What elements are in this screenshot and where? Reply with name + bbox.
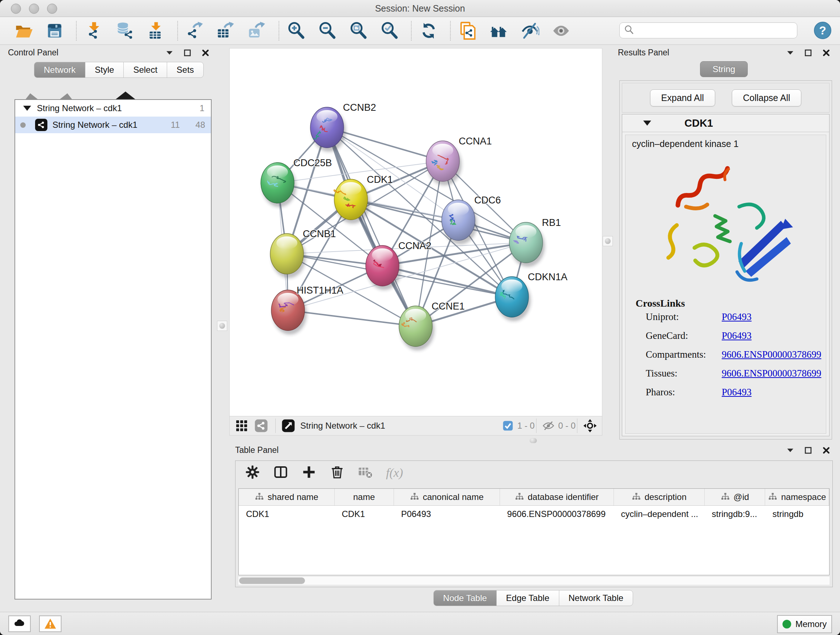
results-panel-collapse-icon[interactable] [786, 49, 794, 57]
hide-selected-button[interactable] [519, 20, 540, 42]
network-node-ccna2[interactable]: CCNA2 [366, 241, 431, 290]
network-node-cdc6[interactable]: CDC6 [442, 195, 501, 244]
network-node-cdkn1a[interactable]: CDKN1A [495, 272, 568, 321]
table-panel-close-icon[interactable] [822, 446, 831, 455]
network-edge[interactable] [288, 310, 416, 326]
expand-all-button[interactable]: Expand All [650, 89, 715, 106]
network-node-ccnb1[interactable]: CCNB1 [270, 228, 336, 278]
network-node-ccna1[interactable]: CCNA1 [426, 136, 492, 185]
column-header-canonical-name[interactable]: canonical name [394, 489, 500, 505]
network-node-hist1h1a[interactable]: HIST1H1A [271, 285, 343, 334]
tab-style[interactable]: Style [85, 62, 124, 78]
export-table-button[interactable] [216, 20, 237, 42]
import-table-button[interactable] [145, 20, 166, 42]
search-field[interactable] [636, 25, 797, 36]
column-header-id[interactable]: @id [705, 489, 766, 505]
split-columns-icon[interactable] [273, 464, 288, 481]
column-header-shared-name[interactable]: shared name [239, 489, 335, 505]
column-header-description[interactable]: description [614, 489, 705, 505]
column-header-database-identifier[interactable]: database identifier [500, 489, 614, 505]
column-header-namespace[interactable]: namespace [765, 489, 829, 505]
column-header-name[interactable]: name [335, 489, 394, 505]
zoom-selected-button[interactable] [379, 20, 400, 42]
tab-sets[interactable]: Sets [167, 62, 204, 78]
scrollbar-thumb[interactable] [239, 578, 305, 584]
tab-select[interactable]: Select [123, 62, 167, 78]
refresh-view-button[interactable] [418, 20, 439, 42]
delete-row-icon[interactable] [330, 464, 345, 481]
tab-node-table[interactable]: Node Table [433, 590, 497, 606]
import-table-icon [147, 21, 165, 40]
tab-edge-table[interactable]: Edge Table [496, 590, 559, 606]
tab-network[interactable]: Network [34, 62, 85, 78]
selected-checkbox-icon[interactable] [502, 420, 514, 432]
network-node-cdk1[interactable]: CDK1 [334, 174, 393, 224]
zoom-out-button[interactable] [317, 20, 338, 42]
network-tree-root-row[interactable]: String Network – cdk1 1 [15, 100, 211, 117]
cell-name[interactable]: CDK1 [335, 506, 394, 523]
network-node-cdc25b[interactable]: CDC25B [261, 157, 332, 207]
network-share-icon[interactable] [254, 419, 268, 432]
add-row-icon[interactable] [302, 464, 317, 481]
save-session-button[interactable] [44, 20, 65, 42]
search-input[interactable] [619, 22, 797, 38]
cell-database-identifier[interactable]: 9606.ENSP00000378699 [500, 506, 614, 523]
results-panel-close-icon[interactable] [822, 49, 831, 57]
crosslink-link[interactable]: P06493 [722, 330, 752, 341]
control-panel-collapse-icon[interactable] [165, 49, 174, 57]
network-node-rb1[interactable]: RB1 [509, 217, 561, 267]
collapse-all-button[interactable]: Collapse All [732, 89, 802, 106]
network-tree-item-row[interactable]: String Network – cdk1 11 48 [15, 117, 211, 133]
network-node-ccnb2[interactable]: CCNB2 [310, 102, 376, 152]
tab-string[interactable]: String [700, 61, 748, 77]
control-panel-float-icon[interactable] [183, 49, 192, 57]
first-neighbors-button[interactable] [488, 20, 509, 42]
table-horizontal-scrollbar[interactable] [238, 577, 829, 585]
cell-canonical-name[interactable]: P06493 [394, 506, 500, 523]
crosslink-link[interactable]: P06493 [722, 311, 752, 323]
gene-section-header[interactable]: CDK1 [622, 114, 829, 132]
warnings-button[interactable] [39, 616, 62, 632]
cloud-button[interactable] [8, 616, 31, 632]
crosslink-link[interactable]: 9606.ENSP00000378699 [722, 349, 821, 360]
node-label: CCNA1 [459, 136, 492, 147]
network-canvas[interactable]: CCNB2 CCNA1 CDC25B CDK1 CDC6 [229, 48, 602, 416]
results-panel-float-icon[interactable] [804, 49, 813, 57]
section-collapse-triangle-icon[interactable] [643, 120, 651, 126]
new-network-from-selection-button[interactable] [457, 20, 478, 42]
fit-selected-icon[interactable] [583, 419, 597, 432]
export-network-button[interactable] [185, 20, 205, 42]
zoom-fit-button[interactable] [348, 20, 369, 42]
cell-namespace[interactable]: stringdb [765, 506, 829, 523]
cell-shared-name[interactable]: CDK1 [239, 506, 335, 523]
crosslink-link[interactable]: 9606.ENSP00000378699 [722, 368, 821, 379]
left-splitter-handle[interactable] [217, 321, 227, 331]
cell-description[interactable]: cyclin–dependent ... [614, 506, 704, 523]
network-edge[interactable] [382, 266, 512, 297]
zoom-in-button[interactable] [286, 20, 307, 42]
function-builder-button[interactable]: f(x) [386, 466, 403, 480]
clear-table-icon[interactable] [358, 464, 373, 481]
table-panel-collapse-icon[interactable] [786, 446, 794, 455]
memory-button[interactable]: Memory [777, 615, 832, 633]
import-network-button[interactable] [83, 20, 104, 42]
network-edge[interactable] [327, 127, 416, 326]
grid-view-icon[interactable] [235, 419, 248, 432]
cell-id[interactable]: stringdb:9... [705, 506, 766, 523]
control-panel-close-icon[interactable] [201, 49, 210, 57]
import-database-button[interactable] [114, 20, 135, 42]
table-panel-float-icon[interactable] [804, 446, 813, 455]
hidden-eye-icon[interactable] [542, 420, 554, 432]
open-session-button[interactable] [13, 20, 34, 42]
crosslink-link[interactable]: P06493 [722, 386, 752, 398]
birdseye-view-icon[interactable] [281, 419, 295, 432]
network-node-ccne1[interactable]: CCNE1 [399, 301, 465, 350]
tab-network-table[interactable]: Network Table [559, 590, 633, 606]
tree-expand-triangle-icon[interactable] [23, 106, 31, 111]
table-row[interactable]: CDK1CDK1P064939606.ENSP00000378699cyclin… [239, 506, 829, 523]
network-view-toolbar: String Network – cdk1 1 - 0 0 - 0 [229, 416, 602, 435]
help-button[interactable]: ? [814, 22, 831, 39]
export-image-button[interactable] [247, 20, 268, 42]
gear-icon[interactable] [245, 464, 260, 481]
show-all-button[interactable] [551, 20, 572, 42]
